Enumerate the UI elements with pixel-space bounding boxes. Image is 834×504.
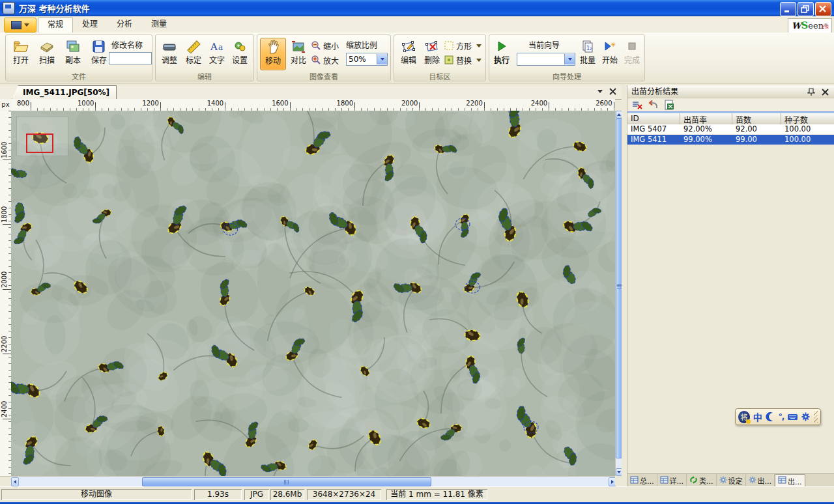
horizontal-scroll-thumb[interactable] [142, 477, 431, 486]
ruler-icon [186, 38, 201, 55]
contrast-button[interactable]: 对比 [286, 38, 311, 69]
panel-tab-2[interactable]: 类... [687, 474, 717, 487]
document-tab[interactable]: IMG_5411.JPG[50%] [12, 85, 117, 99]
status-dimensions: 3648×2736×24 [307, 489, 381, 500]
panel-tab-5[interactable]: 出... [775, 474, 805, 487]
ime-toolbar: 将 中 °, [735, 408, 821, 425]
rename-input[interactable] [109, 52, 152, 64]
filled-square-icon [444, 55, 454, 65]
zoom-ratio-label: 缩放比例 [346, 39, 377, 50]
table-cell: 99.00 [732, 135, 781, 145]
hand-icon [266, 38, 280, 55]
ime-settings-gear-icon[interactable] [801, 412, 811, 422]
text-aa-icon: Aa [208, 38, 225, 55]
export-excel-icon[interactable] [664, 100, 674, 110]
rename-label: 修改名称 [111, 39, 143, 50]
restore-button[interactable] [798, 2, 814, 16]
panel-tab-label: 类... [699, 475, 713, 486]
svg-text:A: A [210, 41, 218, 53]
folder-open-icon [13, 38, 29, 55]
adjust-icon [162, 38, 177, 55]
minimize-button[interactable] [780, 2, 796, 16]
status-scale: 当前 1 mm = 11.81 像素 [386, 489, 487, 500]
app-menu-button[interactable] [4, 18, 36, 33]
target-delete-button[interactable]: 删除 [420, 38, 444, 69]
calibrate-button[interactable]: 标定 [181, 38, 206, 69]
ime-drag-grip[interactable] [814, 411, 818, 423]
undo-icon[interactable] [648, 100, 658, 110]
scroll-left-icon[interactable] [11, 477, 19, 486]
close-button[interactable] [815, 2, 831, 16]
delete-rows-icon[interactable] [631, 100, 642, 110]
chevron-down-icon[interactable] [476, 44, 482, 48]
ime-keyboard-icon[interactable] [787, 412, 798, 422]
tab-list-dropdown-icon[interactable] [597, 90, 603, 93]
results-panel: 出苗分析结果 ID出苗率苗数种子数 IMG 540792.00%92.00100… [627, 85, 834, 486]
floppy-disk-icon [91, 38, 107, 55]
ime-logo-icon[interactable]: 将 [738, 411, 750, 423]
duplicate-button[interactable]: 副本 [61, 38, 85, 69]
run-button[interactable]: 执行 [491, 38, 513, 69]
group-file-label: 文件 [6, 71, 152, 81]
panel-tab-4[interactable]: 出... [746, 474, 775, 487]
table-cell: 100.00 [781, 124, 834, 134]
combo-dropdown-icon[interactable] [377, 54, 387, 64]
group-wizard-label: 向导处理 [489, 71, 644, 81]
column-header[interactable]: 出苗率 [680, 113, 732, 124]
ime-punctuation-icon[interactable]: °, [779, 412, 784, 421]
current-wizard-select[interactable] [517, 53, 575, 66]
text-button[interactable]: Aa 文字 [205, 38, 229, 69]
stop-square-icon [627, 38, 637, 55]
open-button[interactable]: 打开 [8, 38, 33, 69]
scan-button[interactable]: 扫描 [35, 38, 59, 69]
save-button[interactable]: 保存 [87, 38, 111, 69]
zoom-out-button[interactable]: 缩小 [311, 39, 339, 52]
panel-toolbar [627, 98, 834, 111]
status-time: 1.93s [194, 489, 242, 500]
tab-general[interactable]: 常规 [38, 17, 73, 33]
adjust-button[interactable]: 调整 [157, 38, 182, 69]
batch-button[interactable]: 1₂ 批量 [577, 38, 599, 69]
table-cell: 100.00 [781, 135, 834, 145]
table-row[interactable]: IMG 541199.00%99.00100.00 [627, 135, 834, 145]
square-tool-button[interactable]: 方形 [444, 39, 482, 52]
horizontal-scrollbar[interactable] [11, 476, 615, 486]
settings-button[interactable]: 设置 [227, 38, 252, 69]
finish-button[interactable]: 完成 [621, 38, 643, 69]
h-ruler-label: 1600 [260, 100, 289, 107]
column-header[interactable]: ID [627, 113, 680, 124]
h-ruler-label: 1400 [195, 100, 223, 107]
tab-process[interactable]: 处理 [73, 17, 107, 32]
panel-tab-1[interactable]: 详... [657, 474, 687, 487]
tab-analyze[interactable]: 分析 [108, 17, 141, 32]
contrast-image-icon [291, 38, 306, 55]
start-button[interactable]: ✳ 开始 [599, 38, 621, 69]
panel-header: 出苗分析结果 [627, 85, 834, 98]
tab-measure[interactable]: 测量 [142, 17, 176, 32]
column-header[interactable]: 种子数 [781, 113, 834, 124]
zoom-ratio-select[interactable]: 50% [346, 53, 388, 66]
group-view: 移动 对比 缩小 放大 缩放比例 50% 图像查看 [257, 35, 391, 81]
chevron-down-icon[interactable] [476, 59, 482, 62]
close-document-icon[interactable] [609, 88, 616, 95]
move-button[interactable]: 移动 [260, 38, 286, 70]
application-window: 万深 考种分析软件 常规 处理 分析 测量 WSeen®万深 打开 [0, 0, 834, 504]
target-edit-button[interactable]: 编辑 [396, 38, 421, 69]
replace-tool-button[interactable]: 替换 [444, 53, 482, 66]
table-row[interactable]: IMG 540792.00%92.00100.00 [627, 124, 834, 135]
combo-dropdown-icon[interactable] [564, 54, 575, 64]
ime-language-icon[interactable]: 中 [753, 410, 762, 423]
group-target: 编辑 删除 方形 替换 目标区 [394, 35, 486, 81]
zoom-in-button[interactable]: 放大 [311, 53, 339, 66]
group-view-label: 图像查看 [257, 71, 390, 81]
panel-splitter[interactable] [622, 85, 627, 486]
column-header[interactable]: 苗数 [732, 113, 781, 124]
panel-tab-label: 出... [788, 476, 802, 486]
table-icon [630, 476, 639, 486]
panel-tab-3[interactable]: 设定 [717, 474, 746, 487]
ribbon: 打开 扫描 副本 保存 修改名称 文件 调整 标定 Aa [0, 33, 834, 84]
ime-fullwidth-moon-icon[interactable] [766, 412, 775, 422]
image-viewport[interactable] [11, 111, 615, 476]
app-icon [3, 2, 15, 14]
panel-tab-0[interactable]: 总... [627, 474, 657, 487]
